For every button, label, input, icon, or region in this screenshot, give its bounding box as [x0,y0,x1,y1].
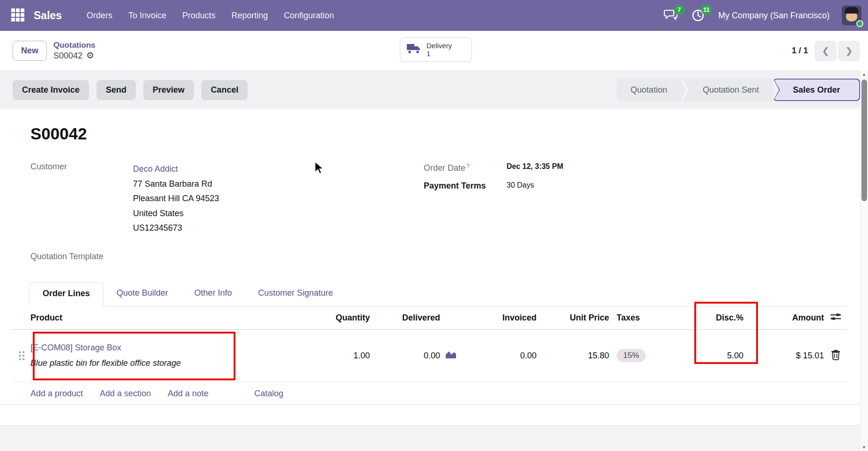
col-header-delivered[interactable]: Delivered [370,313,440,323]
tax-badge[interactable]: 15% [617,349,646,362]
action-bar: Create Invoice Send Preview Cancel Quota… [0,71,868,109]
chevron-right-icon: ❯ [846,46,853,56]
status-step-quotation[interactable]: Quotation [617,85,681,95]
col-header-invoiced[interactable]: Invoiced [462,313,537,323]
notebook-tabs: Order Lines Quote Builder Other Info Cus… [29,282,847,306]
optional-columns-sliders-icon[interactable] [830,312,842,324]
sales-order-chip-label: Sales Order [774,80,859,100]
status-step-sales-order[interactable]: Sales Order [773,79,860,101]
address-line-3: United States [133,206,219,221]
status-step-quotation-sent[interactable]: Quotation Sent [689,85,773,95]
tab-customer-signature[interactable]: Customer Signature [245,282,346,306]
chevron-separator-icon [681,79,689,101]
user-avatar[interactable] [842,6,861,25]
product-name-link[interactable]: [E-COM08] Storage Box [30,343,314,353]
tab-quote-builder[interactable]: Quote Builder [103,282,181,306]
apps-grid-icon[interactable] [11,8,25,22]
truck-icon [406,43,422,57]
col-header-discount[interactable]: Disc.% [671,313,743,323]
nav-item-reporting[interactable]: Reporting [231,11,268,21]
nav-item-configuration[interactable]: Configuration [284,11,334,21]
activities-button[interactable]: 11 [691,8,706,22]
col-header-amount[interactable]: Amount [743,313,824,323]
payment-terms-label: Payment Terms [424,181,507,191]
company-switcher[interactable]: My Company (San Francisco) [718,11,830,21]
pager-previous-button[interactable]: ❮ [815,41,837,61]
delivery-smart-button[interactable]: Delivery 1 [400,37,472,62]
tab-order-lines[interactable]: Order Lines [29,282,103,306]
table-header-row: Product Quantity Delivered Invoiced Unit… [13,306,847,330]
delivery-label: Delivery [427,42,452,50]
top-navbar: Sales Orders To Invoice Products Reporti… [0,0,868,31]
col-header-product[interactable]: Product [30,313,314,323]
scrollbar-thumb[interactable] [861,80,867,201]
nav-item-orders[interactable]: Orders [87,11,112,21]
cancel-button[interactable]: Cancel [201,80,248,100]
tab-other-info[interactable]: Other Info [181,282,245,306]
scroll-up-arrow-icon[interactable]: ▲ [862,72,866,77]
app-name[interactable]: Sales [34,9,62,22]
quotation-template-label: Quotation Template [30,252,847,262]
breadcrumb: Quotations S00042 ⚙ [53,40,96,61]
avatar-hair [845,7,859,14]
cell-unit-price[interactable]: 15.80 [537,351,609,361]
payment-terms-value[interactable]: 30 Days [507,181,534,191]
breadcrumb-current: S00042 [53,51,82,61]
add-a-section-link[interactable]: Add a section [100,389,151,399]
table-footer-links: Add a product Add a section Add a note C… [13,382,847,406]
nav-item-products[interactable]: Products [182,11,215,21]
create-invoice-button[interactable]: Create Invoice [13,80,89,100]
add-a-product-link[interactable]: Add a product [30,389,83,399]
empty-row-area [0,404,868,425]
cell-invoiced[interactable]: 0.00 [462,351,537,361]
help-question-icon: ? [466,162,470,169]
col-header-quantity[interactable]: Quantity [314,313,370,323]
statusbar: Quotation Quotation Sent Sales Order [617,79,860,101]
new-button[interactable]: New [13,41,47,61]
preview-button[interactable]: Preview [143,80,194,100]
add-a-note-link[interactable]: Add a note [168,389,208,399]
pager-text: 1 / 1 [792,46,808,56]
send-button[interactable]: Send [96,80,136,100]
chat-bubbles-icon [664,15,678,23]
breadcrumb-quotations[interactable]: Quotations [53,40,96,50]
customer-name-link[interactable]: Deco Addict [133,162,219,177]
vertical-scrollbar[interactable]: ▲ ▼ [860,71,868,451]
product-description[interactable]: Blue plastic bin for flexible office sto… [30,358,314,368]
forecast-area-chart-icon[interactable] [445,350,457,362]
page-title: S00042 [30,124,847,143]
cell-amount[interactable]: $ 15.01 [743,351,824,361]
delivery-count: 1 [427,50,452,58]
gear-icon[interactable]: ⚙ [86,50,94,61]
chevron-left-icon: ❮ [822,46,830,56]
drag-handle-icon[interactable] [18,350,25,361]
address-line-2: Pleasant Hill CA 94523 [133,191,219,206]
order-date-value[interactable]: Dec 12, 3:35 PM [507,162,563,173]
scroll-down-arrow-icon[interactable]: ▼ [862,445,866,450]
pager-next-button[interactable]: ❯ [838,41,860,61]
nav-item-to-invoice[interactable]: To Invoice [128,11,166,21]
form-sheet: S00042 Customer Deco Addict 77 Santa Bar… [0,109,868,404]
address-line-4: US12345673 [133,221,219,236]
online-status-dot [856,20,863,27]
order-lines-table: Product Quantity Delivered Invoiced Unit… [13,306,847,406]
messages-button[interactable]: 7 [664,8,679,22]
bottom-gray-area [0,425,868,451]
col-header-unit-price[interactable]: Unit Price [537,313,609,323]
cell-delivered[interactable]: 0.00 [370,351,440,361]
table-row: [E-COM08] Storage Box Blue plastic bin f… [13,330,847,382]
trash-icon[interactable] [831,349,841,363]
col-header-taxes[interactable]: Taxes [609,313,671,323]
pager: 1 / 1 ❮ ❯ [792,41,860,61]
catalog-link[interactable]: Catalog [254,389,283,399]
cell-quantity[interactable]: 1.00 [314,351,370,361]
customer-label: Customer [30,162,133,172]
address-line-1: 77 Santa Barbara Rd [133,177,219,192]
messages-count-badge: 7 [674,5,684,15]
cell-discount[interactable]: 5.00 [671,351,743,361]
control-panel: New Quotations S00042 ⚙ Delivery 1 1 / 1… [0,31,868,71]
clock-icon [691,16,705,24]
activities-count-badge: 11 [701,5,712,15]
order-date-label: Order Date [424,163,465,173]
